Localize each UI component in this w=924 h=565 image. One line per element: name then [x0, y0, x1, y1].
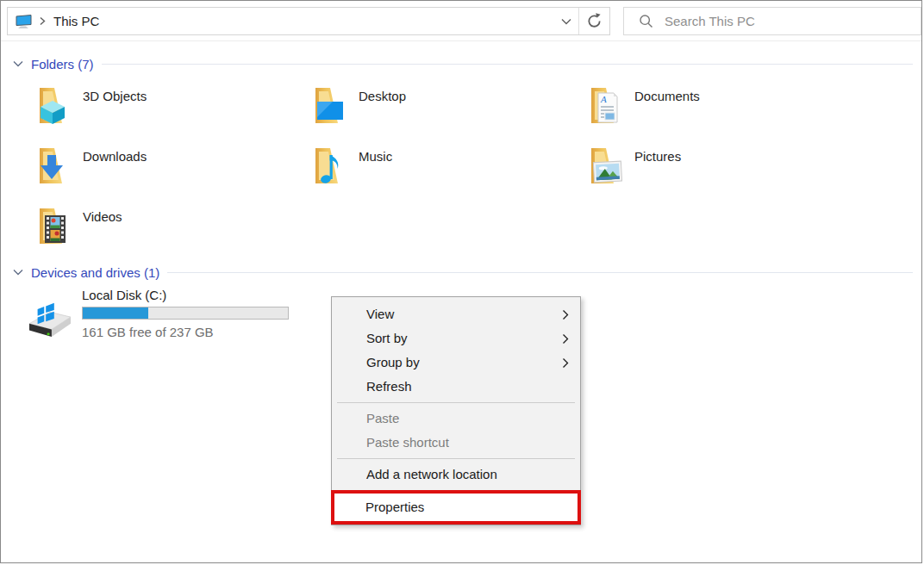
submenu-arrow-icon: [562, 357, 569, 369]
collapse-chevron-icon[interactable]: [13, 269, 23, 276]
folder-tile-documents[interactable]: A Documents: [584, 83, 843, 143]
folder-tile-downloads[interactable]: Downloads: [33, 143, 291, 203]
drive-usage-fill: [83, 307, 148, 319]
folders-group-header[interactable]: Folders (7): [13, 55, 913, 72]
address-dropdown-button[interactable]: [554, 8, 578, 34]
menu-item-paste: Paste: [332, 407, 580, 431]
menu-separator: [337, 402, 575, 403]
toolbar: This PC: [1, 1, 921, 41]
menu-item-sort-by[interactable]: Sort by: [332, 326, 580, 351]
menu-item-refresh[interactable]: Refresh: [332, 375, 580, 399]
folder-desktop-icon: [309, 83, 350, 124]
annotation-red-box: Properties: [331, 490, 581, 525]
search-icon: [639, 14, 653, 28]
chevron-down-icon: [561, 18, 571, 25]
menu-item-properties[interactable]: Properties: [334, 494, 578, 521]
folder-downloads-icon: [33, 143, 74, 184]
tile-label: Downloads: [83, 149, 147, 164]
drive-info: Local Disk (C:) 161 GB free of 237 GB: [82, 288, 289, 339]
hard-drive-icon: [27, 298, 73, 339]
menu-item-view[interactable]: View: [332, 302, 580, 326]
refresh-button[interactable]: [579, 8, 609, 34]
search-box[interactable]: [623, 7, 921, 35]
tile-label: Documents: [634, 89, 700, 103]
menu-item-add-network-location[interactable]: Add a network location: [332, 463, 580, 487]
folder-tile-3d-objects[interactable]: 3D Objects: [33, 83, 291, 143]
search-input[interactable]: [665, 14, 921, 28]
menu-item-label: Sort by: [366, 331, 408, 345]
breadcrumb-chevron-icon: [40, 16, 46, 26]
folders-grid: 3D Objects Desktop A: [33, 83, 921, 264]
explorer-window: This PC Folders (7): [0, 0, 922, 563]
folder-documents-icon: A: [584, 83, 626, 124]
menu-item-label: Group by: [366, 355, 420, 369]
tile-label: Videos: [83, 209, 122, 224]
collapse-chevron-icon[interactable]: [13, 60, 23, 67]
group-label[interactable]: Folders (7): [31, 57, 94, 71]
menu-separator: [337, 458, 575, 459]
breadcrumb[interactable]: This PC: [53, 14, 99, 28]
this-pc-icon: [15, 14, 34, 29]
menu-item-label: Properties: [365, 500, 424, 514]
menu-item-paste-shortcut: Paste shortcut: [332, 431, 580, 455]
submenu-arrow-icon: [562, 309, 569, 320]
folder-3d-objects-icon: [33, 83, 74, 124]
folder-music-icon: [309, 143, 350, 184]
menu-item-group-by[interactable]: Group by: [332, 351, 580, 375]
drive-free-space: 161 GB free of 237 GB: [82, 325, 289, 339]
drive-name: Local Disk (C:): [82, 288, 289, 302]
tile-label: Desktop: [359, 89, 406, 103]
devices-group-header[interactable]: Devices and drives (1): [13, 264, 913, 281]
tile-label: 3D Objects: [83, 89, 147, 103]
tile-label: Music: [359, 149, 392, 164]
menu-item-label: Paste shortcut: [366, 435, 449, 450]
group-header-rule: [167, 272, 913, 273]
drive-usage-bar: [82, 307, 289, 320]
submenu-arrow-icon: [562, 333, 569, 345]
address-bar[interactable]: This PC: [7, 7, 610, 35]
tile-label: Pictures: [634, 149, 681, 164]
refresh-icon: [586, 13, 602, 29]
group-header-rule: [102, 64, 913, 65]
menu-item-label: View: [366, 307, 394, 321]
folder-tile-pictures[interactable]: Pictures: [584, 143, 843, 203]
folder-tile-music[interactable]: Music: [309, 143, 567, 203]
menu-item-label: Paste: [366, 411, 399, 425]
folder-tile-videos[interactable]: Videos: [33, 203, 291, 264]
context-menu: View Sort by Group by Refresh Paste Past…: [331, 296, 581, 525]
menu-item-label: Add a network location: [366, 467, 497, 481]
folder-videos-icon: [33, 203, 74, 245]
folder-pictures-icon: [584, 143, 626, 184]
group-label[interactable]: Devices and drives (1): [31, 265, 159, 280]
menu-item-label: Refresh: [366, 379, 412, 394]
svg-text:A: A: [600, 94, 607, 104]
folder-tile-desktop[interactable]: Desktop: [309, 83, 567, 143]
